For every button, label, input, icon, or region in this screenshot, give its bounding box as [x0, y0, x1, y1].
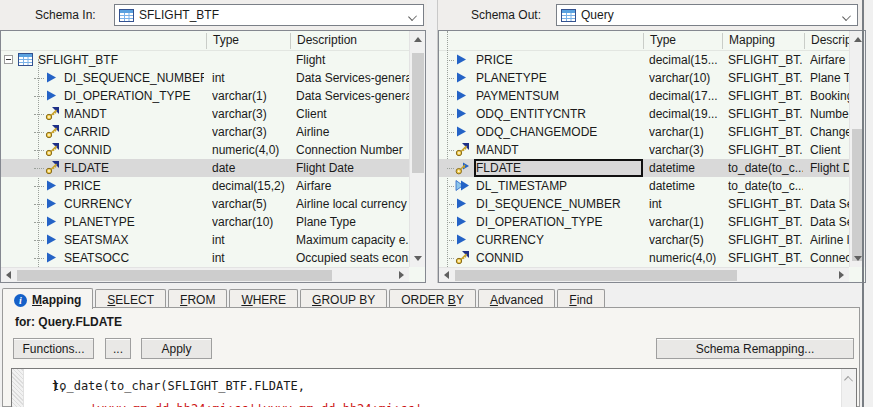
- column-type: numeric(4,0): [212, 143, 288, 157]
- column-type: datetime: [649, 179, 721, 193]
- column-name: ODQ_ENTITYCNTR: [476, 107, 641, 121]
- scroll-up-icon[interactable]: [844, 376, 853, 385]
- table-row[interactable]: ODQ_ENTITYCNTR decimal(19... SFLIGHT_BT.…: [439, 105, 849, 123]
- editor-gutter: [12, 369, 24, 407]
- column-description: Flight: [296, 53, 409, 67]
- tab[interactable]: i Advanced: [478, 289, 555, 308]
- scrollbar-thumb[interactable]: [17, 270, 332, 281]
- scroll-down-icon[interactable]: [414, 256, 422, 261]
- table-row[interactable]: DI_SEQUENCE_NUMBER int Data Services-gen…: [1, 69, 409, 87]
- column-name: CURRENCY: [64, 197, 204, 211]
- table-row[interactable]: FLDATE datetime to_date(to_c... Flight D: [439, 159, 849, 177]
- table-row[interactable]: DI_OPERATION_TYPE varchar(1) Data Servic…: [1, 87, 409, 105]
- column-type: int: [212, 233, 288, 247]
- scroll-left-icon[interactable]: [444, 271, 449, 279]
- key-icon: [45, 143, 60, 157]
- tab[interactable]: i ORDER BY: [389, 289, 476, 308]
- schema-in-combobox[interactable]: SFLIGHT_BTF: [114, 4, 424, 26]
- column-name: DL_TIMESTAMP: [476, 179, 641, 193]
- column-name: MANDT: [64, 107, 204, 121]
- scroll-up-icon[interactable]: [414, 37, 422, 42]
- table-row[interactable]: MANDT varchar(3) Client: [1, 105, 409, 123]
- tab[interactable]: i WHERE: [229, 289, 298, 308]
- schema-out-value: Query: [581, 8, 614, 22]
- scroll-left-icon[interactable]: [6, 271, 11, 279]
- table-row[interactable]: PRICE decimal(15,2) Airfare: [1, 177, 409, 195]
- more-button[interactable]: ...: [105, 338, 131, 359]
- horizontal-scrollbar[interactable]: [439, 267, 849, 282]
- table-row[interactable]: CONNID numeric(4,0) SFLIGHT_BT... Connec: [439, 249, 849, 267]
- table-row[interactable]: SEATSMAX int Maximum capacity e...: [1, 231, 409, 249]
- column-mapping: SFLIGHT_BT...: [728, 143, 803, 157]
- column-description: Flight D: [810, 161, 849, 175]
- table-row[interactable]: CURRENCY varchar(5) Airline local curren…: [1, 195, 409, 213]
- collapse-icon[interactable]: [4, 55, 13, 64]
- table-row[interactable]: PAYMENTSUM decimal(17... SFLIGHT_BT... B…: [439, 87, 849, 105]
- apply-button[interactable]: Apply: [141, 338, 212, 359]
- scroll-right-icon[interactable]: [839, 271, 844, 279]
- column-type: date: [212, 161, 288, 175]
- column-name: FLDATE: [476, 161, 641, 175]
- column-type: varchar(5): [649, 233, 721, 247]
- mapping-expression-editor[interactable]: to_date(to_char(SFLIGHT_BTF.FLDATE,'yyyy…: [11, 368, 857, 407]
- vertical-scrollbar[interactable]: [409, 31, 425, 267]
- tab[interactable]: i Find: [557, 289, 604, 308]
- table-row[interactable]: CURRENCY varchar(5) SFLIGHT_BT... Airlin…: [439, 231, 849, 249]
- table-row[interactable]: FLDATE date Flight Date: [1, 159, 409, 177]
- column-description: Booking: [810, 89, 849, 103]
- table-row[interactable]: DI_OPERATION_TYPE varchar(1) SFLIGHT_BT.…: [439, 213, 849, 231]
- table-row[interactable]: PRICE decimal(15... SFLIGHT_BT... Airfar…: [439, 51, 849, 69]
- functions-button[interactable]: Functions...: [13, 338, 94, 359]
- horizontal-scrollbar[interactable]: [1, 267, 409, 282]
- column-name: DI_SEQUENCE_NUMBER: [476, 197, 641, 211]
- scroll-right-icon[interactable]: [399, 271, 404, 279]
- chevron-down-icon: [842, 12, 851, 21]
- table-row[interactable]: CONNID numeric(4,0) Connection Number: [1, 141, 409, 159]
- column-name: CARRID: [64, 125, 204, 139]
- arrow-icon: [45, 251, 60, 265]
- window-right-border: [862, 0, 864, 407]
- column-description: Airline local currency: [296, 197, 409, 211]
- table-row[interactable]: SEATSOCC int Occupied seats econ...: [1, 249, 409, 267]
- column-description: Client: [296, 107, 409, 121]
- schema-out-header: Schema Out: Query: [438, 0, 866, 30]
- tab[interactable]: i Mapping: [2, 288, 93, 309]
- table-row[interactable]: PLANETYPE varchar(10) SFLIGHT_BT... Plan…: [439, 69, 849, 87]
- key-icon: [455, 251, 470, 265]
- column-type: varchar(1): [649, 125, 721, 139]
- table-row[interactable]: DI_SEQUENCE_NUMBER int SFLIGHT_BT... Dat…: [439, 195, 849, 213]
- info-icon: i: [14, 294, 27, 307]
- scrollbar-thumb[interactable]: [455, 270, 737, 281]
- table-row[interactable]: PLANETYPE varchar(10) Plane Type: [1, 213, 409, 231]
- tab[interactable]: i FROM: [168, 289, 227, 308]
- column-name: DI_OPERATION_TYPE: [476, 215, 641, 229]
- arrow-icon: [455, 125, 470, 139]
- table-icon: [561, 9, 576, 22]
- tab[interactable]: i SELECT: [95, 289, 166, 308]
- column-header-mapping: Mapping: [722, 33, 804, 49]
- column-mapping: SFLIGHT_BT...: [728, 251, 803, 265]
- schema-remapping-button[interactable]: Schema Remapping...: [656, 338, 854, 359]
- arrow-icon: [455, 215, 470, 229]
- arrow-icon: [455, 89, 470, 103]
- editor-scrollbar[interactable]: [841, 369, 856, 407]
- query-transform-editor: Schema In: SFLIGHT_BTF Type Description: [0, 0, 873, 407]
- tab[interactable]: i GROUP BY: [300, 289, 387, 308]
- schema-out-combobox[interactable]: Query: [556, 4, 858, 26]
- table-row[interactable]: MANDT varchar(3) SFLIGHT_BT... Client: [439, 141, 849, 159]
- arrow-icon: [45, 233, 60, 247]
- scroll-up-icon[interactable]: [854, 37, 862, 42]
- scrollbar-thumb[interactable]: [412, 53, 424, 173]
- column-name: SEATSOCC: [64, 251, 204, 265]
- column-type: decimal(15,2): [212, 179, 288, 193]
- column-mapping: to_date(to_c...: [728, 161, 803, 175]
- table-row[interactable]: CARRID varchar(3) Airline: [1, 123, 409, 141]
- column-type: datetime: [649, 161, 721, 175]
- column-name: SEATSMAX: [64, 233, 204, 247]
- scroll-down-icon[interactable]: [854, 256, 862, 261]
- column-name: PLANETYPE: [64, 215, 204, 229]
- table-row[interactable]: SFLIGHT_BTF Flight: [1, 51, 409, 69]
- table-row[interactable]: ODQ_CHANGEMODE varchar(1) SFLIGHT_BT... …: [439, 123, 849, 141]
- column-type: int: [649, 197, 721, 211]
- table-row[interactable]: DL_TIMESTAMP datetime to_date(to_c...: [439, 177, 849, 195]
